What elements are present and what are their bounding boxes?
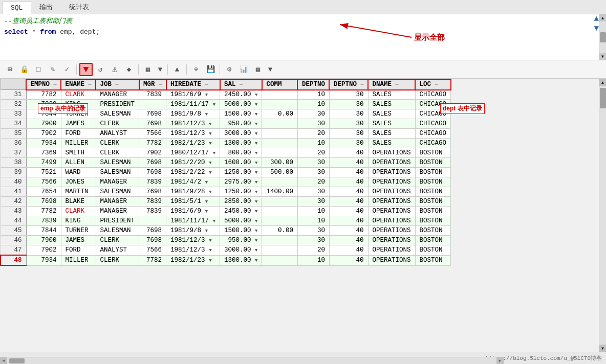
refresh-button[interactable]: ↺ — [94, 63, 107, 76]
export-button[interactable]: ⊕ — [189, 63, 203, 76]
save-button[interactable]: 💾 — [204, 63, 217, 76]
tab-bar: SQL 输出 统计表 — [0, 0, 606, 14]
tab-sql[interactable]: SQL — [2, 2, 31, 14]
tab-output[interactable]: 输出 — [31, 1, 61, 14]
mark-button[interactable]: ◆ — [122, 63, 136, 76]
table-container[interactable]: EMPNO — ENAME — JOB — MGR — HIREDATE — S… — [0, 79, 599, 352]
lock-button[interactable]: 🔒 — [17, 63, 31, 76]
nav-up-icon[interactable]: ▲ — [594, 14, 599, 24]
h-scroll-thumb[interactable] — [9, 358, 25, 363]
scroll-left-btn[interactable]: ◄ — [0, 357, 7, 365]
layout-button[interactable]: ⊞ — [3, 63, 16, 76]
table-area: EMPNO — ENAME — JOB — MGR — HIREDATE — S… — [0, 79, 606, 352]
toolbar: ⊞ 🔒 □ ✎ ✓ ▼ ↺ ⚓ ◆ ▦ ▼ ▲ ⊕ 💾 ⚙ 📊 ▦ ▼ — [0, 60, 606, 79]
sep4 — [186, 64, 187, 75]
filter-button[interactable]: ▼ — [79, 63, 93, 76]
chart-button[interactable]: 📊 — [237, 63, 250, 76]
col-mgr[interactable]: MGR — — [139, 79, 166, 90]
grid3-button[interactable]: ▦ — [251, 63, 265, 76]
sep1 — [76, 64, 77, 75]
col-loc[interactable]: LOC — — [415, 79, 451, 90]
row-num-header — [1, 79, 26, 90]
sort-asc-button[interactable]: ▲ — [170, 63, 184, 76]
svg-text:显示全部: 显示全部 — [414, 33, 445, 41]
sep3 — [167, 64, 168, 75]
edit-button[interactable]: ✎ — [46, 63, 59, 76]
tab-stats[interactable]: 统计表 — [61, 1, 97, 14]
col-dname[interactable]: DNAME — — [368, 79, 415, 90]
main-scrollbar[interactable]: ▲ ▼ — [599, 79, 606, 352]
anchor-button[interactable]: ⚓ — [108, 63, 121, 76]
table-view-dd[interactable]: ▼ — [156, 63, 165, 76]
table-view-button[interactable]: ▦ — [141, 63, 155, 76]
scroll-up-arrow[interactable]: ▲ — [599, 14, 607, 21]
col-empno[interactable]: EMPNO — — [26, 79, 61, 90]
status-bar: ◄ ► https://blog.51cto.com/u_@51CTO博客 — [0, 352, 606, 364]
scroll-right-btn[interactable]: ► — [496, 357, 504, 365]
sep5 — [220, 64, 220, 75]
scroll-thumb[interactable] — [600, 88, 606, 108]
col-deptno[interactable]: DEPTNO — [297, 79, 329, 90]
data-table: EMPNO — ENAME — JOB — MGR — HIREDATE — S… — [0, 79, 451, 266]
copy-button[interactable]: □ — [32, 63, 45, 76]
sql-editor: --查询员工表和部门表 select * from emp, dept; 显示全… — [0, 14, 606, 60]
horizontal-scrollbar[interactable]: ◄ ► — [0, 357, 504, 364]
col-comm[interactable]: COMM — [262, 79, 298, 90]
col-job[interactable]: JOB — — [96, 79, 139, 90]
col-sal[interactable]: SAL — — [220, 79, 262, 90]
settings-button[interactable]: ⚙ — [223, 63, 236, 76]
col-hiredate[interactable]: HIREDATE — — [166, 79, 220, 90]
sep2 — [138, 64, 139, 75]
vertical-scrollbar[interactable]: ▲ ▼ — [599, 14, 606, 60]
scroll-top-btn[interactable]: ▲ — [599, 79, 607, 86]
confirm-button[interactable]: ✓ — [60, 63, 74, 76]
nav-down-icon[interactable]: ▼ — [594, 24, 599, 34]
col-ename[interactable]: ENAME — — [61, 79, 96, 90]
scroll-bottom-btn[interactable]: ▼ — [599, 345, 607, 352]
scroll-down-arrow[interactable]: ▼ — [599, 53, 607, 60]
grid3-dd[interactable]: ▼ — [266, 63, 275, 76]
col-dept-deptno[interactable]: DEPTNO — — [329, 79, 368, 90]
